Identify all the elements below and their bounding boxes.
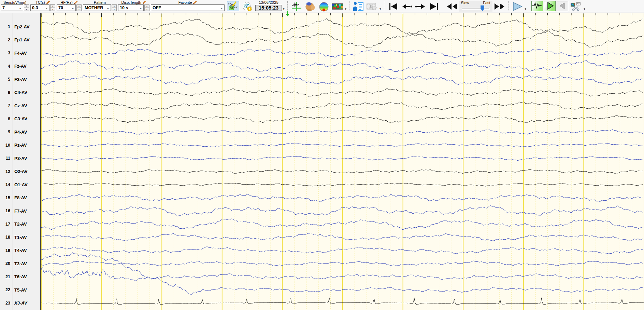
spinner-up-button[interactable]: ▲	[50, 4, 55, 8]
play-button[interactable]	[512, 1, 523, 12]
maps-dropdown-arrow[interactable]: ▾	[345, 7, 347, 11]
spinner-up-button[interactable]: ▲	[112, 4, 117, 8]
eeg-viewer-window: Sens(uV/mm) 7 ⌄ ▲ ▼ TC(s)	[0, 0, 644, 310]
eeg-trace-F4-AV	[41, 49, 643, 58]
parameter-value: MOTHER	[85, 5, 103, 10]
trace-display[interactable]	[41, 13, 644, 310]
skip-end-button[interactable]	[428, 1, 440, 12]
play-dropdown-arrow[interactable]: ▾	[525, 7, 527, 11]
patient-report-button[interactable]	[353, 1, 364, 12]
eeg-trace-T2-AV	[41, 219, 643, 230]
channel-label: C4-AV	[10, 90, 27, 95]
channel-row[interactable]: 15 F8-AV	[0, 195, 40, 201]
head-3d-button[interactable]	[304, 1, 316, 12]
review-play-button[interactable]	[544, 1, 556, 11]
review-wave-button[interactable]	[531, 1, 543, 11]
channel-row[interactable]: 9 P4-AV	[0, 129, 40, 135]
rewind-button[interactable]	[446, 1, 458, 12]
channel-row[interactable]: 12 O2-AV	[0, 169, 40, 175]
channel-row[interactable]: 20 T3-AV	[0, 260, 40, 267]
channel-row[interactable]: 23 X3-AV	[0, 300, 40, 306]
channel-row[interactable]: 17 T2-AV	[0, 221, 40, 227]
video-button[interactable]	[366, 1, 378, 12]
fast-forward-button[interactable]	[493, 1, 505, 12]
spectrogram-button[interactable]	[332, 1, 343, 12]
parameter-spinner: ▲ ▼	[112, 4, 117, 11]
trace-crosshair-button[interactable]	[291, 1, 302, 12]
parameter-combobox[interactable]: MOTHER ⌄	[83, 4, 111, 11]
skip-start-button[interactable]	[387, 1, 399, 12]
video-clip-button[interactable]	[570, 1, 582, 12]
channel-row[interactable]: 14 O1-AV	[0, 181, 40, 188]
channel-row[interactable]: 8 C3-AV	[0, 116, 40, 122]
channel-label: F8-AV	[10, 195, 27, 200]
date-label: 13/06/2025	[259, 0, 278, 5]
parameter-combobox[interactable]: 0.3 ⌄	[30, 4, 49, 11]
channel-number: 16	[0, 208, 10, 213]
spinner-up-button[interactable]: ▲	[76, 4, 82, 8]
channel-row[interactable]: 21 T6-AV	[0, 274, 40, 280]
channel-row[interactable]: 4 Fz-AV	[0, 63, 40, 69]
channel-row[interactable]: 3 F4-AV	[0, 50, 40, 56]
parameter-label: TC(s)	[35, 0, 45, 4]
edit-pencil-icon[interactable]	[74, 0, 78, 4]
channel-label: Fp1-AV	[10, 37, 30, 42]
step-back-button[interactable]	[401, 1, 413, 12]
toolbar-separator	[443, 1, 443, 11]
channel-number: 3	[0, 51, 10, 55]
channel-row[interactable]: 5 F3-AV	[0, 76, 40, 82]
datetime-dropdown-arrow[interactable]: ▾	[283, 7, 285, 11]
edit-pencil-icon[interactable]	[193, 0, 197, 4]
notch-filter-button[interactable]: 50	[227, 1, 239, 11]
video-dropdown-arrow[interactable]: ▾	[380, 7, 381, 11]
eeg-traces-canvas	[41, 13, 644, 310]
spinner-up-button[interactable]: ▲	[144, 4, 149, 8]
review-back-button[interactable]	[557, 1, 568, 11]
parameter-combobox[interactable]: 10 s ⌄	[118, 4, 144, 11]
channel-row[interactable]: 16 F7-AV	[0, 208, 40, 214]
speed-slider-track[interactable]	[461, 5, 490, 11]
electrode-setup-icon[interactable]	[241, 1, 253, 12]
channel-label: F3-AV	[10, 77, 27, 82]
topo-map-button[interactable]	[318, 1, 330, 12]
toolbar-separator	[349, 1, 349, 11]
channel-row[interactable]: 1 Fp2-AV	[0, 24, 40, 30]
spinner-up-button[interactable]: ▲	[24, 4, 29, 8]
channel-row[interactable]: 6 C4-AV	[0, 90, 40, 96]
datetime-display: 13/06/2025 15:05:23	[255, 0, 282, 11]
eeg-display-area: 1 Fp2-AV 2 Fp1-AV 3 F4-AV 4 Fz-AV 5 F3-A…	[0, 13, 644, 310]
speed-slider-thumb[interactable]	[481, 5, 484, 11]
spinner-down-button[interactable]: ▼	[24, 8, 29, 11]
channel-number: 21	[0, 274, 10, 279]
channel-label: X3-AV	[10, 300, 27, 306]
channel-row[interactable]: 2 Fp1-AV	[0, 37, 40, 43]
parameter-label: Sens(uV/mm)	[3, 0, 26, 4]
channel-number: 14	[0, 182, 10, 187]
edit-pencil-icon[interactable]	[142, 0, 146, 4]
eeg-trace-F3-AV	[41, 76, 643, 85]
spinner-down-button[interactable]: ▼	[50, 8, 55, 11]
channel-row[interactable]: 7 Cz-AV	[0, 103, 40, 109]
channel-row[interactable]: 10 Pz-AV	[0, 142, 40, 148]
channel-label: Pz-AV	[10, 143, 27, 148]
parameter-combobox[interactable]: OFF ⌄	[151, 4, 225, 11]
spinner-down-button[interactable]: ▼	[112, 8, 117, 11]
toolbar-separator	[508, 1, 509, 11]
channel-label: T5-AV	[10, 287, 27, 293]
edit-pencil-icon[interactable]	[46, 0, 50, 4]
chevron-down-icon: ⌄	[70, 6, 74, 10]
channel-row[interactable]: 18 T1-AV	[0, 234, 40, 240]
spinner-down-button[interactable]: ▼	[76, 8, 82, 11]
channel-row[interactable]: 11 P3-AV	[0, 155, 40, 161]
parameter-combobox[interactable]: 7 ⌄	[1, 4, 23, 11]
step-forward-button[interactable]	[415, 1, 426, 12]
channel-row[interactable]: 22 T5-AV	[0, 287, 40, 293]
time-display[interactable]: 15:05:23	[255, 5, 282, 11]
spinner-down-button[interactable]: ▼	[144, 8, 149, 11]
clip-dropdown-arrow[interactable]: ▾	[584, 7, 585, 11]
channel-number: 22	[0, 287, 10, 292]
channel-row[interactable]: 19 T4-AV	[0, 247, 40, 254]
parameter-combobox[interactable]: 70 ⌄	[57, 4, 76, 11]
eeg-trace-C3-AV	[41, 116, 643, 123]
eeg-trace-P4-AV	[41, 130, 643, 135]
